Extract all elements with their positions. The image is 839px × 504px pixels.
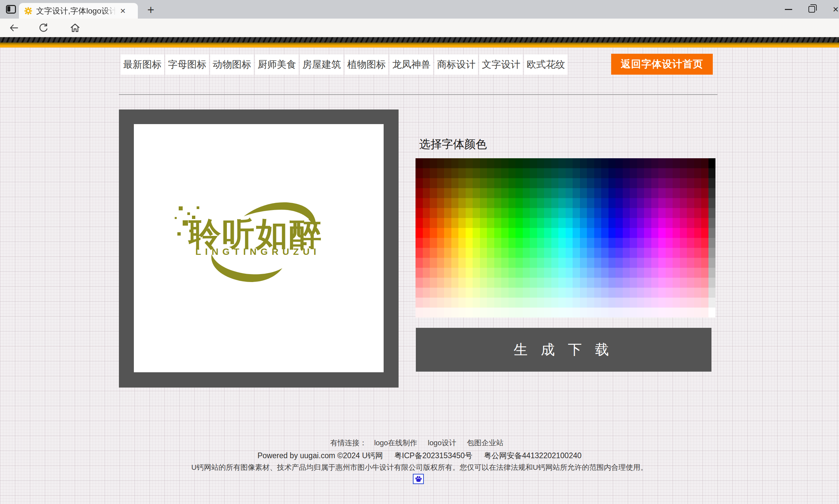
palette-cell[interactable] <box>551 298 559 308</box>
palette-cell[interactable] <box>572 308 580 318</box>
palette-cell[interactable] <box>630 248 637 258</box>
palette-cell[interactable] <box>515 178 523 188</box>
palette-cell[interactable] <box>558 188 566 198</box>
palette-cell[interactable] <box>487 208 494 218</box>
generate-download-button[interactable]: 生 成 下 载 <box>416 328 712 372</box>
palette-cell[interactable] <box>551 308 559 318</box>
palette-cell[interactable] <box>609 288 616 298</box>
palette-cell[interactable] <box>658 238 666 248</box>
palette-cell[interactable] <box>694 158 702 168</box>
palette-cell[interactable] <box>515 258 523 268</box>
palette-cell[interactable] <box>580 258 587 268</box>
palette-cell[interactable] <box>415 248 423 258</box>
palette-cell[interactable] <box>458 198 466 208</box>
palette-cell[interactable] <box>437 168 444 178</box>
palette-cell[interactable] <box>580 298 587 308</box>
footer-link-3[interactable]: 包图企业站 <box>467 439 503 447</box>
palette-cell[interactable] <box>473 268 480 278</box>
palette-cell[interactable] <box>673 178 680 188</box>
palette-cell[interactable] <box>594 268 601 278</box>
palette-cell[interactable] <box>530 288 537 298</box>
palette-cell[interactable] <box>537 238 544 248</box>
baidu-paw-badge[interactable] <box>413 474 424 484</box>
palette-cell[interactable] <box>687 228 694 238</box>
palette-cell[interactable] <box>687 188 694 198</box>
palette-cell[interactable] <box>551 258 559 268</box>
palette-cell[interactable] <box>637 228 644 238</box>
palette-cell[interactable] <box>509 268 516 278</box>
palette-cell[interactable] <box>458 268 466 278</box>
palette-cell[interactable] <box>580 278 587 288</box>
palette-cell[interactable] <box>551 268 559 278</box>
palette-cell[interactable] <box>601 278 609 288</box>
palette-cell[interactable] <box>537 218 544 228</box>
nav-item-10[interactable]: 欧式花纹 <box>524 54 568 75</box>
palette-cell[interactable] <box>530 188 537 198</box>
palette-cell[interactable] <box>523 158 530 168</box>
palette-cell[interactable] <box>515 268 523 278</box>
palette-cell[interactable] <box>480 168 487 178</box>
palette-cell[interactable] <box>458 278 466 288</box>
palette-cell[interactable] <box>644 168 651 178</box>
palette-cell[interactable] <box>658 268 666 278</box>
palette-cell[interactable] <box>623 208 630 218</box>
palette-cell[interactable] <box>423 188 430 198</box>
palette-cell[interactable] <box>587 168 594 178</box>
palette-cell[interactable] <box>515 198 523 208</box>
palette-cell[interactable] <box>572 208 580 218</box>
palette-cell[interactable] <box>658 278 666 288</box>
palette-cell[interactable] <box>615 228 623 238</box>
palette-cell[interactable] <box>473 238 480 248</box>
palette-cell[interactable] <box>430 178 437 188</box>
palette-cell[interactable] <box>523 288 530 298</box>
palette-cell[interactable] <box>530 218 537 228</box>
palette-cell[interactable] <box>487 308 494 318</box>
palette-cell[interactable] <box>430 248 437 258</box>
palette-cell[interactable] <box>673 268 680 278</box>
palette-cell[interactable] <box>630 158 637 168</box>
palette-cell[interactable] <box>601 198 609 208</box>
palette-cell[interactable] <box>666 218 673 228</box>
palette-cell[interactable] <box>623 178 630 188</box>
palette-cell[interactable] <box>609 278 616 288</box>
palette-cell[interactable] <box>594 298 601 308</box>
palette-cell[interactable] <box>509 208 516 218</box>
palette-cell[interactable] <box>530 268 537 278</box>
palette-cell[interactable] <box>466 158 473 168</box>
palette-cell[interactable] <box>523 178 530 188</box>
palette-cell[interactable] <box>644 298 651 308</box>
palette-cell[interactable] <box>694 208 702 218</box>
palette-cell[interactable] <box>437 278 444 288</box>
palette-cell[interactable] <box>558 268 566 278</box>
palette-cell[interactable] <box>644 308 651 318</box>
palette-cell[interactable] <box>708 208 716 218</box>
palette-cell[interactable] <box>458 218 466 228</box>
palette-cell[interactable] <box>601 178 609 188</box>
palette-cell[interactable] <box>701 278 708 288</box>
palette-cell[interactable] <box>687 288 694 298</box>
palette-cell[interactable] <box>437 288 444 298</box>
palette-cell[interactable] <box>594 178 601 188</box>
palette-cell[interactable] <box>423 268 430 278</box>
palette-cell[interactable] <box>494 168 501 178</box>
palette-cell[interactable] <box>530 238 537 248</box>
palette-cell[interactable] <box>487 158 494 168</box>
palette-cell[interactable] <box>415 298 423 308</box>
palette-cell[interactable] <box>544 248 551 258</box>
palette-cell[interactable] <box>680 308 687 318</box>
palette-cell[interactable] <box>430 188 437 198</box>
palette-cell[interactable] <box>451 158 459 168</box>
palette-cell[interactable] <box>480 158 487 168</box>
palette-cell[interactable] <box>644 158 651 168</box>
palette-cell[interactable] <box>494 308 501 318</box>
palette-cell[interactable] <box>666 158 673 168</box>
palette-cell[interactable] <box>466 298 473 308</box>
palette-cell[interactable] <box>694 288 702 298</box>
palette-cell[interactable] <box>501 278 509 288</box>
palette-cell[interactable] <box>501 248 509 258</box>
palette-cell[interactable] <box>630 288 637 298</box>
palette-cell[interactable] <box>444 178 451 188</box>
palette-cell[interactable] <box>494 228 501 238</box>
palette-cell[interactable] <box>601 308 609 318</box>
palette-cell[interactable] <box>415 288 423 298</box>
